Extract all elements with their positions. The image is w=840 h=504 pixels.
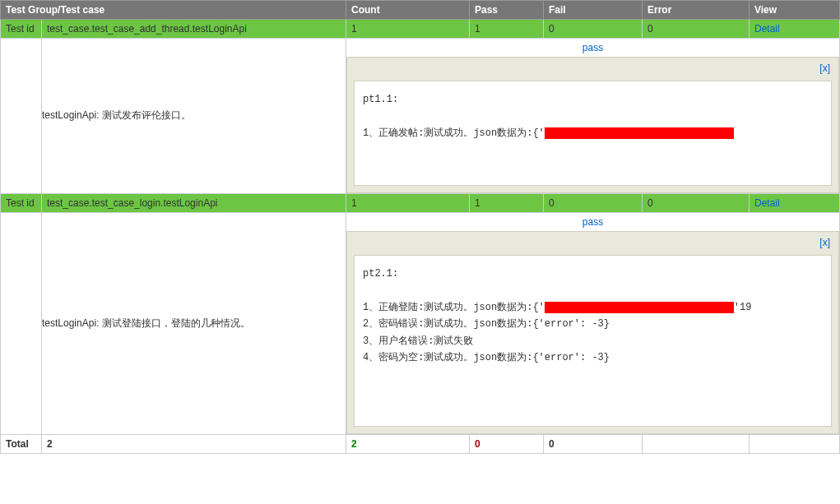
test-view-cell: Detail	[750, 193, 840, 212]
output-box: [x] pt1.1: 1、正确发帖:测试成功。json数据为:{'x	[346, 57, 839, 193]
output-box: [x] pt2.1: 1、正确登陆:测试成功。json数据为:{'x'19 2、…	[346, 231, 839, 435]
pre-line: 1、正确登陆:测试成功。json数据为:{'	[363, 302, 545, 313]
test-fail: 0	[544, 20, 643, 39]
test-name: test_case.test_case_login.testLoginApi	[42, 193, 346, 212]
output-pre[interactable]: pt1.1: 1、正确发帖:测试成功。json数据为:{'x	[354, 81, 832, 186]
header-view: View	[750, 1, 840, 20]
detail-link[interactable]: Detail	[754, 23, 780, 35]
pre-line: 1、正确发帖:测试成功。json数据为:{'	[363, 127, 545, 139]
test-results-table: Test Group/Test case Count Pass Fail Err…	[0, 0, 840, 454]
test-error: 0	[643, 20, 750, 39]
test-count: 1	[346, 20, 470, 39]
test-id-label: Test id	[1, 20, 42, 39]
header-test-group: Test Group/Test case	[1, 1, 346, 20]
test-summary-row: Test id test_case.test_case_add_thread.t…	[1, 20, 840, 39]
test-name: test_case.test_case_add_thread.testLogin…	[42, 20, 346, 39]
total-fail-col: 0	[470, 435, 544, 454]
detail-link[interactable]: Detail	[754, 197, 780, 209]
header-count: Count	[346, 1, 470, 20]
test-pass: 1	[470, 20, 544, 39]
output-pre[interactable]: pt2.1: 1、正确登陆:测试成功。json数据为:{'x'19 2、密码错误…	[354, 255, 832, 428]
pre-header: pt2.1:	[363, 268, 398, 280]
test-description: testLoginApi: 测试登陆接口，登陆的几种情况。	[42, 212, 346, 435]
detail-spacer	[1, 39, 42, 194]
test-description: testLoginApi: 测试发布评伦接口。	[42, 39, 346, 194]
status-label: pass	[346, 39, 839, 57]
test-pass: 1	[470, 193, 544, 212]
close-icon[interactable]: [x]	[819, 237, 830, 248]
total-empty2	[750, 435, 840, 454]
total-empty1	[643, 435, 750, 454]
total-row: Total 2 2 0 0	[1, 435, 840, 454]
redacted-text: x	[545, 127, 734, 139]
test-error: 0	[643, 193, 750, 212]
header-error: Error	[643, 1, 750, 20]
pre-line-suffix: '19	[734, 302, 752, 313]
header-row: Test Group/Test case Count Pass Fail Err…	[1, 1, 840, 20]
total-count: 2	[42, 435, 346, 454]
pre-line: 4、密码为空:测试成功。json数据为:{'error': -3}	[363, 352, 610, 363]
pre-line: 2、密码错误:测试成功。json数据为:{'error': -3}	[363, 318, 610, 330]
test-view-cell: Detail	[750, 20, 840, 39]
header-pass: Pass	[470, 1, 544, 20]
pre-line: 3、用户名错误:测试失败	[363, 335, 473, 347]
redacted-text: x	[545, 302, 734, 313]
total-error-col: 0	[544, 435, 643, 454]
total-pass-col: 2	[346, 435, 470, 454]
close-icon[interactable]: [x]	[819, 62, 830, 74]
test-summary-row: Test id test_case.test_case_login.testLo…	[1, 193, 840, 212]
test-detail-row: testLoginApi: 测试发布评伦接口。 pass [x] pt1.1: …	[1, 39, 840, 194]
test-output-cell: pass [x] pt1.1: 1、正确发帖:测试成功。json数据为:{'x	[346, 39, 840, 194]
header-fail: Fail	[544, 1, 643, 20]
test-output-cell: pass [x] pt2.1: 1、正确登陆:测试成功。json数据为:{'x'…	[346, 212, 840, 435]
pre-header: pt1.1:	[363, 94, 398, 105]
detail-spacer	[1, 212, 42, 435]
test-count: 1	[346, 193, 470, 212]
test-fail: 0	[544, 193, 643, 212]
status-label: pass	[346, 213, 839, 231]
test-id-label: Test id	[1, 193, 42, 212]
total-label: Total	[1, 435, 42, 454]
test-detail-row: testLoginApi: 测试登陆接口，登陆的几种情况。 pass [x] p…	[1, 212, 840, 435]
